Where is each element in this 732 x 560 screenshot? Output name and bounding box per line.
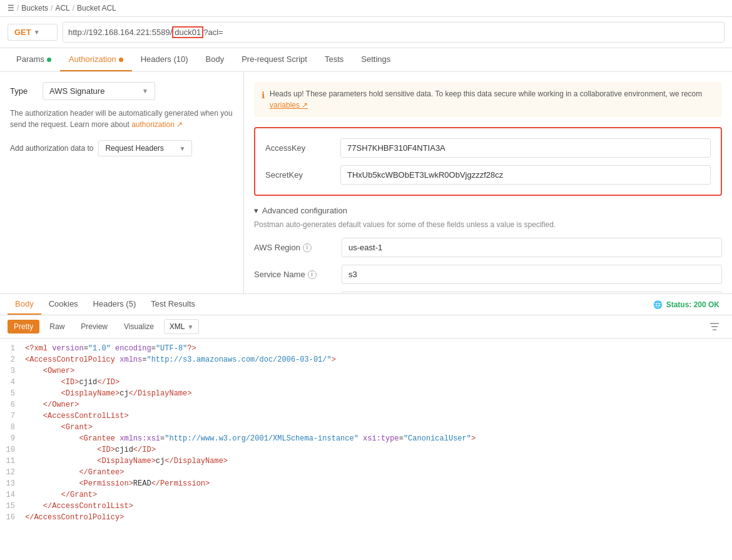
advanced-config-toggle[interactable]: ▾ Advanced configuration [254, 206, 722, 215]
url-bucket: duck01 [172, 26, 203, 38]
code-area: 1<?xml version="1.0" encoding="UTF-8"?>2… [0, 339, 732, 560]
content-area: Type AWS Signature ▼ The authorization h… [0, 72, 732, 294]
bottom-section: Body Cookies Headers (5) Test Results 🌐 … [0, 294, 732, 560]
tab-tests[interactable]: Tests [316, 48, 352, 71]
breadcrumb-icon: ☰ [8, 4, 14, 13]
aws-region-input[interactable] [342, 238, 722, 257]
info-text: Heads up! These parameters hold sensitiv… [270, 89, 702, 98]
code-line: 15 </AccessControlList> [0, 501, 732, 512]
breadcrumb-bucket-acl[interactable]: Bucket ACL [77, 4, 116, 13]
advanced-label: Advanced configuration [262, 206, 347, 215]
filter-icon[interactable] [704, 320, 724, 333]
bottom-tab-testresults[interactable]: Test Results [143, 294, 203, 315]
add-auth-row: Add authorization data to Request Header… [10, 140, 233, 156]
code-line: 4 <ID>cjid</ID> [0, 377, 732, 389]
service-name-info-icon: i [308, 270, 317, 279]
credentials-box: AccessKey SecretKey [254, 127, 722, 196]
service-name-row: Service Name i [254, 265, 722, 284]
type-value: AWS Signature [49, 86, 104, 96]
access-key-label: AccessKey [265, 143, 340, 153]
type-select[interactable]: AWS Signature ▼ [43, 82, 155, 100]
format-preview[interactable]: Preview [74, 320, 114, 333]
left-panel: Type AWS Signature ▼ The authorization h… [0, 72, 244, 293]
status-badge: Status: 200 OK [666, 300, 719, 309]
code-line: 7 <AccessControlList> [0, 411, 732, 422]
status-area: 🌐 Status: 200 OK [653, 300, 724, 309]
url-input[interactable]: http://192.168.164.221:5589/duck01?acl= [63, 22, 724, 43]
format-raw[interactable]: Raw [43, 320, 71, 333]
type-chevron-icon: ▼ [142, 88, 148, 94]
params-dot [47, 58, 51, 62]
format-pretty[interactable]: Pretty [8, 320, 39, 333]
info-banner: ℹ Heads up! These parameters hold sensit… [254, 82, 722, 117]
code-line: 5 <DisplayName>cj</DisplayName> [0, 389, 732, 400]
session-token-row: Session Token i [254, 292, 722, 293]
code-line: 11 <DisplayName>cj</DisplayName> [0, 456, 732, 467]
code-line: 6 </Owner> [0, 400, 732, 411]
code-line: 16</AccessControlPolicy> [0, 512, 732, 524]
code-line: 12 </Grantee> [0, 467, 732, 479]
secret-key-label: SecretKey [265, 170, 340, 180]
right-panel: ℹ Heads up! These parameters hold sensit… [244, 72, 732, 293]
aws-region-info-icon: i [303, 243, 312, 252]
globe-icon: 🌐 [653, 300, 663, 309]
bottom-tabs: Body Cookies Headers (5) Test Results [8, 294, 203, 315]
method-label: GET [14, 28, 31, 37]
info-icon: ℹ [262, 89, 265, 102]
bottom-tabs-bar: Body Cookies Headers (5) Test Results 🌐 … [0, 294, 732, 315]
bottom-tab-cookies[interactable]: Cookies [41, 294, 86, 315]
secret-key-row: SecretKey [265, 165, 711, 185]
tab-prerequest[interactable]: Pre-request Script [233, 48, 316, 71]
code-line: 8 <Grant> [0, 422, 732, 434]
code-line: 2<AccessControlPolicy xmlns="http://s3.a… [0, 355, 732, 366]
tab-authorization[interactable]: Authorization [60, 48, 132, 71]
service-name-input[interactable] [342, 265, 722, 284]
info-link[interactable]: variables ↗ [270, 101, 308, 109]
add-auth-chevron-icon: ▼ [180, 145, 186, 152]
aws-region-label: AWS Region i [254, 243, 342, 252]
add-auth-label: Add authorization data to [10, 144, 93, 153]
service-name-label: Service Name i [254, 270, 342, 279]
method-select[interactable]: GET ▼ [8, 24, 58, 41]
code-line: 9 <Grantee xmlns:xsi="http://www.w3.org/… [0, 434, 732, 445]
language-chevron-icon: ▼ [188, 323, 194, 330]
auth-dot [119, 58, 123, 62]
session-token-input[interactable] [342, 292, 722, 293]
tab-headers[interactable]: Headers (10) [132, 48, 197, 71]
type-label: Type [10, 86, 35, 96]
language-select[interactable]: XML ▼ [164, 319, 200, 334]
breadcrumb-buckets[interactable]: Buckets [21, 4, 48, 13]
auth-link[interactable]: authorization ↗ [131, 120, 183, 129]
add-auth-value: Request Headers [105, 144, 163, 153]
tab-params[interactable]: Params [8, 48, 60, 71]
access-key-row: AccessKey [265, 138, 711, 158]
type-row: Type AWS Signature ▼ [10, 82, 233, 100]
request-tabs: Params Authorization Headers (10) Body P… [0, 48, 732, 72]
add-auth-select[interactable]: Request Headers ▼ [98, 140, 192, 156]
tab-settings[interactable]: Settings [352, 48, 399, 71]
breadcrumb: ☰ / Buckets / ACL / Bucket ACL [0, 0, 732, 17]
code-line: 3 <Owner> [0, 366, 732, 377]
format-visualize[interactable]: Visualize [118, 320, 160, 333]
url-base: http://192.168.164.221:5589/ [68, 28, 172, 37]
language-label: XML [170, 322, 185, 331]
format-bar: Pretty Raw Preview Visualize XML ▼ [0, 315, 732, 339]
code-line: 13 <Permission>READ</Permission> [0, 479, 732, 490]
tab-body[interactable]: Body [197, 48, 233, 71]
bottom-tab-body[interactable]: Body [8, 294, 41, 315]
access-key-input[interactable] [340, 138, 711, 158]
collapse-icon: ▾ [254, 206, 258, 215]
advanced-desc: Postman auto-generates default values fo… [254, 220, 722, 229]
url-query: ?acl= [203, 28, 223, 37]
code-line: 14 </Grant> [0, 490, 732, 501]
aws-region-row: AWS Region i [254, 238, 722, 257]
code-line: 10 <ID>cjid</ID> [0, 445, 732, 456]
url-bar: GET ▼ http://192.168.164.221:5589/duck01… [0, 17, 732, 48]
breadcrumb-acl[interactable]: ACL [55, 4, 69, 13]
bottom-tab-headers[interactable]: Headers (5) [86, 294, 144, 315]
code-line: 1<?xml version="1.0" encoding="UTF-8"?> [0, 344, 732, 355]
auth-description: The authorization header will be automat… [10, 108, 233, 130]
secret-key-input[interactable] [340, 165, 711, 185]
method-chevron-icon: ▼ [34, 29, 40, 36]
